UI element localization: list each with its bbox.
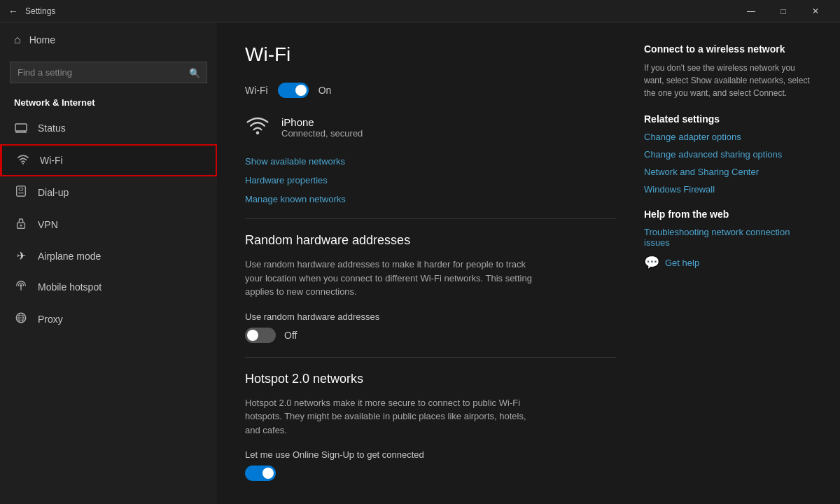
dialup-icon xyxy=(14,185,28,200)
sidebar-item-wifi[interactable]: Wi-Fi xyxy=(0,144,217,176)
wifi-toggle-label: Wi-Fi xyxy=(245,85,268,96)
random-hw-toggle[interactable] xyxy=(245,328,276,343)
main-content: Wi-Fi Wi-Fi On xyxy=(217,22,840,504)
get-help-row[interactable]: 💬 Get help xyxy=(644,255,812,270)
get-help-icon: 💬 xyxy=(644,255,659,270)
sidebar-item-dialup-label: Dial-up xyxy=(38,187,69,198)
sidebar: ⌂ Home 🔍 Network & Internet Status xyxy=(0,22,217,504)
sidebar-item-proxy-label: Proxy xyxy=(38,314,63,325)
status-icon xyxy=(14,120,28,136)
troubleshoot-link[interactable]: Troubleshooting network connection issue… xyxy=(644,227,812,248)
hotspot-toggle[interactable] xyxy=(245,465,276,481)
hotspot-title: Hotspot 2.0 networks xyxy=(245,372,616,386)
firewall-link[interactable]: Windows Firewall xyxy=(644,184,812,195)
random-hw-toggle-thumb xyxy=(247,330,258,341)
wifi-toggle[interactable] xyxy=(278,83,309,98)
svg-rect-3 xyxy=(19,188,22,191)
wifi-toggle-row: Wi-Fi On xyxy=(245,83,616,98)
network-status: Connected, secured xyxy=(281,128,363,139)
network-info: iPhone Connected, secured xyxy=(281,116,363,139)
sidebar-item-hotspot-label: Mobile hotspot xyxy=(38,281,102,293)
close-button[interactable]: ✕ xyxy=(799,0,832,22)
wifi-icon xyxy=(16,153,30,168)
manage-networks-link[interactable]: Manage known networks xyxy=(245,194,616,204)
sidebar-item-status-label: Status xyxy=(38,122,66,134)
sidebar-item-airplane-label: Airplane mode xyxy=(38,251,101,262)
sidebar-item-dialup[interactable]: Dial-up xyxy=(0,176,217,209)
sidebar-section-title: Network & Internet xyxy=(0,90,217,112)
sidebar-item-proxy[interactable]: Proxy xyxy=(0,303,217,335)
search-input[interactable] xyxy=(10,62,207,83)
sidebar-item-hotspot[interactable]: Mobile hotspot xyxy=(0,271,217,303)
window-controls: — □ ✕ xyxy=(735,0,832,22)
network-name: iPhone xyxy=(281,116,363,128)
search-icon: 🔍 xyxy=(189,67,200,78)
divider-2 xyxy=(245,357,616,358)
sidebar-item-status[interactable]: Status xyxy=(0,112,217,144)
hotspot-desc: Hotspot 2.0 networks make it more secure… xyxy=(245,396,539,438)
random-hw-label: Use random hardware addresses xyxy=(245,312,616,322)
hotspot-signin-label: Let me use Online Sign-Up to get connect… xyxy=(245,449,616,460)
search-container: 🔍 xyxy=(10,62,207,83)
sharing-center-link[interactable]: Network and Sharing Center xyxy=(644,167,812,177)
hotspot-toggle-thumb xyxy=(262,468,274,479)
svg-rect-2 xyxy=(17,186,26,196)
sidebar-item-airplane[interactable]: ✈ Airplane mode xyxy=(0,241,217,271)
content-main: Wi-Fi Wi-Fi On xyxy=(245,43,616,483)
hardware-props-link[interactable]: Hardware properties xyxy=(245,175,616,186)
back-button[interactable]: ← xyxy=(8,6,18,17)
hotspot-toggle-row xyxy=(245,465,616,481)
connected-network: iPhone Connected, secured xyxy=(245,112,616,142)
get-help-link[interactable]: Get help xyxy=(665,258,699,268)
home-label: Home xyxy=(29,34,55,46)
sidebar-item-wifi-label: Wi-Fi xyxy=(40,155,63,166)
toggle-thumb xyxy=(295,85,307,96)
hotspot-section: Hotspot 2.0 networks Hotspot 2.0 network… xyxy=(245,372,616,482)
proxy-icon xyxy=(14,312,28,327)
svg-point-8 xyxy=(20,225,22,227)
random-hw-title: Random hardware addresses xyxy=(245,233,616,248)
connect-title: Connect to a wireless network xyxy=(644,43,812,55)
svg-point-6 xyxy=(22,192,24,194)
airplane-icon: ✈ xyxy=(14,249,28,262)
app-body: ⌂ Home 🔍 Network & Internet Status xyxy=(0,22,840,504)
svg-point-1 xyxy=(22,163,24,164)
sidebar-item-vpn[interactable]: VPN xyxy=(0,209,217,241)
adapter-options-link[interactable]: Change adapter options xyxy=(644,132,812,142)
svg-point-12 xyxy=(256,131,260,134)
right-panel: Connect to a wireless network If you don… xyxy=(644,43,812,483)
svg-rect-0 xyxy=(15,124,27,131)
home-nav-item[interactable]: ⌂ Home xyxy=(0,22,217,57)
random-hw-desc: Use random hardware addresses to make it… xyxy=(245,258,539,299)
random-hw-toggle-status: Off xyxy=(284,330,297,341)
svg-point-4 xyxy=(18,192,20,194)
sidebar-item-vpn-label: VPN xyxy=(38,219,58,230)
show-networks-link[interactable]: Show available networks xyxy=(245,156,616,167)
wifi-toggle-status: On xyxy=(318,85,332,96)
related-title: Related settings xyxy=(644,113,812,125)
maximize-button[interactable]: □ xyxy=(767,0,799,22)
home-icon: ⌂ xyxy=(14,34,21,46)
app-title: Settings xyxy=(25,6,735,16)
connect-desc: If you don't see the wireless network yo… xyxy=(644,62,812,99)
hotspot-icon xyxy=(14,279,28,295)
random-hw-section: Random hardware addresses Use random har… xyxy=(245,233,616,343)
minimize-button[interactable]: — xyxy=(735,0,767,22)
vpn-icon xyxy=(14,217,28,232)
title-bar: ← Settings — □ ✕ xyxy=(0,0,840,22)
sharing-options-link[interactable]: Change advanced sharing options xyxy=(644,149,812,160)
page-title: Wi-Fi xyxy=(245,43,616,66)
svg-point-5 xyxy=(20,192,22,194)
divider-1 xyxy=(245,218,616,219)
help-title: Help from the web xyxy=(644,209,812,220)
random-hw-toggle-row: Off xyxy=(245,328,616,343)
network-wifi-icon xyxy=(245,112,270,142)
